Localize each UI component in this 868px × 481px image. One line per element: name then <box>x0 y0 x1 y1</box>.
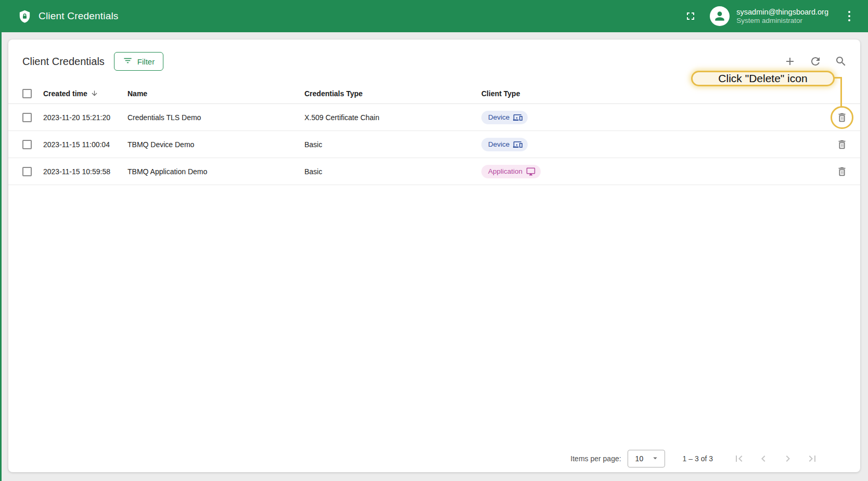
app-header: Client Credentials sysadmin@thingsboard.… <box>0 0 868 32</box>
cell-credentials-type: Basic <box>304 167 481 176</box>
annotation-connector-vertical <box>840 77 842 107</box>
more-menu-icon[interactable] <box>844 9 854 23</box>
content-card: Client Credentials Filter <box>8 40 860 472</box>
user-role: System administrator <box>736 17 828 25</box>
shield-lock-icon <box>18 9 32 23</box>
filter-button-label: Filter <box>137 57 155 66</box>
search-button[interactable] <box>835 55 847 68</box>
delete-button[interactable] <box>832 161 852 182</box>
client-type-badge-device: Device <box>481 111 528 124</box>
page: Client Credentials sysadmin@thingsboard.… <box>0 0 868 481</box>
page-range-label: 1 – 3 of 3 <box>683 454 713 463</box>
last-page-icon[interactable] <box>806 452 819 465</box>
table-row[interactable]: 2023-11-15 10:59:58 TBMQ Application Dem… <box>8 158 860 185</box>
cell-created-time: 2023-11-15 10:59:58 <box>43 167 127 176</box>
select-all-checkbox[interactable] <box>22 89 32 98</box>
desktop-monitor-icon <box>526 167 535 176</box>
cell-credentials-type: Basic <box>304 140 481 149</box>
sort-desc-icon <box>91 89 98 97</box>
annotation-highlight-ring <box>831 106 853 129</box>
devices-icon <box>513 140 522 149</box>
annotation-callout: Click "Delete" icon <box>691 71 835 86</box>
cell-name: Credentials TLS Demo <box>127 113 304 122</box>
add-button[interactable] <box>784 55 796 68</box>
cell-name: TBMQ Application Demo <box>127 167 304 176</box>
client-type-badge-application: Application <box>481 165 541 178</box>
refresh-button[interactable] <box>809 55 822 68</box>
app-title: Client Credentials <box>39 10 119 22</box>
paginator: Items per page: 10 1 – 3 of 3 <box>8 445 860 472</box>
row-checkbox[interactable] <box>22 140 32 149</box>
column-header-name[interactable]: Name <box>127 89 304 98</box>
cell-created-time: 2023-11-15 11:00:04 <box>43 140 127 149</box>
table-row[interactable]: 2023-11-20 15:21:20 Credentials TLS Demo… <box>8 104 860 131</box>
filter-icon <box>123 56 133 67</box>
cell-credentials-type: X.509 Certificate Chain <box>304 113 481 122</box>
column-header-credentials-type[interactable]: Credentials Type <box>304 89 481 98</box>
table-row[interactable]: 2023-11-15 11:00:04 TBMQ Device Demo Bas… <box>8 131 860 158</box>
row-checkbox[interactable] <box>22 113 32 122</box>
user-info[interactable]: sysadmin@thingsboard.org System administ… <box>736 7 828 25</box>
column-header-client-type[interactable]: Client Type <box>481 89 824 98</box>
left-edge-strip <box>0 32 2 481</box>
devices-icon <box>513 113 522 122</box>
user-email: sysadmin@thingsboard.org <box>736 7 828 17</box>
next-page-icon[interactable] <box>782 452 794 465</box>
fullscreen-icon[interactable] <box>684 9 697 23</box>
page-size-value: 10 <box>635 454 644 463</box>
page-size-select[interactable]: 10 <box>628 450 665 467</box>
column-header-created-time[interactable]: Created time <box>43 89 127 98</box>
previous-page-icon[interactable] <box>757 452 770 465</box>
table-header-row: Created time Name Credentials Type Clien… <box>8 83 860 104</box>
first-page-icon[interactable] <box>733 452 745 465</box>
page-title: Client Credentials <box>22 56 105 68</box>
delete-button[interactable] <box>832 134 852 155</box>
client-type-badge-device: Device <box>481 138 528 151</box>
cell-name: TBMQ Device Demo <box>127 140 304 149</box>
app-header-right: sysadmin@thingsboard.org System administ… <box>684 6 854 26</box>
filter-button[interactable]: Filter <box>114 52 163 71</box>
cell-created-time: 2023-11-20 15:21:20 <box>43 113 127 122</box>
items-per-page-label: Items per page: <box>570 454 621 463</box>
row-checkbox[interactable] <box>22 167 32 176</box>
caret-down-icon <box>650 453 660 464</box>
avatar[interactable] <box>710 6 730 26</box>
toolbar-actions <box>784 55 847 68</box>
paginator-nav <box>733 452 819 465</box>
